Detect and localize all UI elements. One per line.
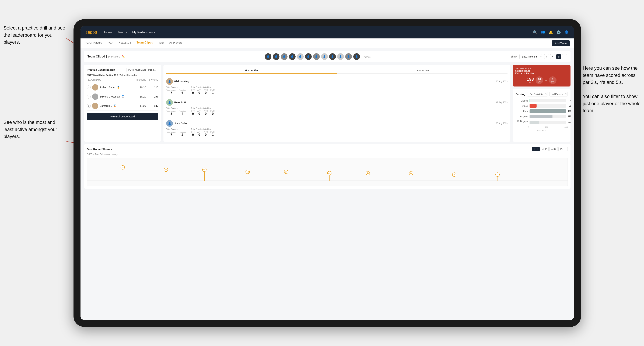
- subnav-tour[interactable]: Tour: [158, 41, 164, 45]
- lb-avatar-2: [92, 93, 98, 100]
- scoring-card: Scoring Par 3, 4 & 5s Par 3s Par 4s Par …: [513, 89, 570, 142]
- filter-btn[interactable]: ⇅: [562, 54, 567, 59]
- player-activity-row-2: 👤 Rees Britt 02 Sep 2023 Total Rounds To…: [166, 97, 508, 118]
- rank-2: 2: [87, 95, 91, 99]
- lb-avg-3: 103: [146, 105, 158, 107]
- lb-name-2: Edward Crossman: [100, 95, 120, 98]
- nav-teams[interactable]: Teams: [118, 30, 127, 34]
- streaks-card: Best Round Streaks OTT APP ARG PUTT Off …: [84, 144, 570, 189]
- bar-row-pars: Pars 499: [517, 109, 566, 113]
- settings-icon[interactable]: ⚙️: [556, 30, 561, 34]
- lb-avatar-3: [92, 103, 98, 109]
- bar-dbogeys: [530, 121, 539, 124]
- leaderboard-row-2: 2 Edward Crossman 🥈 18/20 107: [87, 92, 158, 101]
- team-header: Team Clippd | 14 Players ✏️ 👤 👤 👤 👤 👤 👤 …: [84, 51, 570, 62]
- subnav-all-players[interactable]: All Players: [169, 41, 182, 45]
- bar-bogeys: [530, 115, 552, 118]
- subnav-hcaps[interactable]: Hcaps 1-5: [119, 41, 132, 45]
- scoring-par-filter[interactable]: Par 3, 4 & 5s Par 3s Par 4s Par 5s: [527, 92, 548, 96]
- col-pb-score: PB SCORE: [132, 79, 146, 81]
- player-activity-row-1: 👤 Blair McHarg 26 Aug 2023 Total Rounds …: [166, 76, 508, 97]
- streak-node-7: 4x: [366, 171, 370, 181]
- search-icon[interactable]: 🔍: [533, 30, 537, 34]
- streak-filter-ott[interactable]: OTT: [532, 147, 540, 151]
- nav-home[interactable]: Home: [104, 30, 112, 34]
- subnav-team-clippd[interactable]: Team Clippd: [137, 41, 153, 45]
- pa-avatar-2: 👤: [166, 99, 173, 106]
- cards-row: Practice Leaderboards PUTT Must Make Put…: [84, 65, 570, 142]
- view-full-leaderboard-button[interactable]: View Full Leaderboard: [87, 113, 158, 120]
- leaderboard-title: Practice Leaderboards: [87, 68, 115, 71]
- player-info-3: Cameron... 🥉: [92, 103, 132, 109]
- total-rounds-group-1: Total Rounds Tournament 7 Practice 6: [166, 86, 186, 95]
- total-practice-group-2: Total Practice Activities OTT 0 APP 0: [191, 107, 216, 116]
- streak-node-10: 3x: [496, 173, 500, 181]
- tab-least-active[interactable]: Least Active: [337, 68, 508, 74]
- view-icons: ⊞ ☰ ▦ ⇅: [544, 54, 567, 59]
- period-select[interactable]: Last 3 months Last 6 months This year: [520, 54, 542, 59]
- leaderboard-header: Practice Leaderboards PUTT Must Make Put…: [87, 68, 158, 72]
- user-avatar-icon[interactable]: 👤: [564, 30, 569, 34]
- edit-icon[interactable]: ✏️: [122, 55, 125, 58]
- player-avatars: 👤 👤 👤 👤 👤 👤 👤 👤 👤 👤 👤 👤: [265, 53, 360, 60]
- practice-stat-1: Practice 6: [179, 89, 186, 95]
- streaks-title: Best Round Streaks: [87, 148, 112, 151]
- tab-most-active[interactable]: Most Active: [166, 68, 337, 74]
- tournament-stat-1: Tournament 7: [166, 89, 176, 95]
- card-view-btn[interactable]: ▦: [556, 54, 561, 59]
- leaderboard-subtitle: PUTT Must Make Putting (3-6 ft), Last 3 …: [87, 74, 158, 76]
- leaderboard-dropdown[interactable]: PUTT Must Make Putting ...: [126, 68, 158, 72]
- total-rounds-group-3: Total Rounds Tournament 7 Practice 2: [166, 128, 186, 137]
- top-nav: clippd Home Teams My Performance 🔍 👥 🔔 ⚙…: [80, 26, 574, 38]
- avatar-8: 👤: [321, 53, 328, 60]
- rank-1: 1: [87, 85, 91, 89]
- lb-score-2: 18/20: [132, 95, 146, 98]
- show-controls: Show: Last 3 months Last 6 months This y…: [510, 54, 567, 59]
- avatar-12: 👤: [353, 53, 360, 60]
- avatar-11: 👤: [345, 53, 352, 60]
- avatar-2: 👤: [273, 53, 280, 60]
- grid-view-btn[interactable]: ⊞: [544, 54, 549, 59]
- tablet-screen: clippd Home Teams My Performance 🔍 👥 🔔 ⚙…: [80, 26, 574, 320]
- pa-date-1: 26 Aug 2023: [496, 80, 508, 83]
- lb-name-1: Richard Butler: [100, 86, 115, 89]
- scoring-x-label: Total Shots: [516, 129, 568, 131]
- lb-avatar-1: [92, 84, 98, 91]
- streak-node-2: 6x: [164, 168, 168, 181]
- bar-container-eagles: 3: [530, 99, 566, 102]
- streak-filter-app[interactable]: APP: [540, 147, 548, 151]
- bar-label-dbogeys: D. Bogeys +: [517, 120, 528, 125]
- leaderboard-row-1: 1 Richard Butler 🥇 19/20 110: [87, 83, 158, 92]
- player-activity-header-3: 👤 Josh Coles 26 Aug 2023: [166, 120, 508, 127]
- pa-name-3: Josh Coles: [174, 122, 188, 125]
- subnav-pgat[interactable]: PGAT Players: [85, 41, 102, 45]
- nav-items: Home Teams My Performance: [104, 30, 533, 34]
- list-view-btn[interactable]: ☰: [550, 54, 555, 59]
- pa-name-1: Blair McHarg: [174, 80, 189, 83]
- player-activity-row-3: 👤 Josh Coles 26 Aug 2023 Total Rounds To…: [166, 118, 508, 139]
- streak-filter-putt[interactable]: PUTT: [558, 147, 568, 151]
- people-icon[interactable]: 👥: [541, 30, 545, 34]
- activity-tabs: Most Active Least Active: [166, 68, 508, 74]
- bar-row-birdies: Birdies 96: [517, 104, 566, 108]
- bar-label-pars: Pars: [517, 110, 528, 113]
- bar-value-dbogeys: 131: [568, 121, 571, 124]
- streak-node-9: 3x: [452, 173, 456, 181]
- leaderboard-row-3: 3 Cameron... 🥉 17/20 103: [87, 101, 158, 111]
- scoring-player-filter[interactable]: All Players: [550, 92, 568, 96]
- nav-my-performance[interactable]: My Performance: [132, 30, 156, 34]
- streak-filter-arg[interactable]: ARG: [549, 147, 558, 151]
- bell-icon[interactable]: 🔔: [548, 30, 553, 34]
- bar-label-bogeys: Bogeys: [517, 115, 528, 118]
- bar-birdies: [530, 104, 536, 108]
- bar-value-pars: 499: [568, 110, 571, 112]
- bar-row-bogeys: Bogeys 311: [517, 115, 566, 118]
- avatar-10: 👤: [337, 53, 344, 60]
- player-count: 14 Players: [108, 55, 120, 58]
- streaks-filter-btns: OTT APP ARG PUTT: [532, 147, 568, 151]
- pa-stats-3: Total Rounds Tournament 7 Practice 2: [166, 128, 508, 137]
- practice-leaderboard-card: Practice Leaderboards PUTT Must Make Put…: [84, 65, 161, 142]
- avatar-5: 👤: [297, 53, 304, 60]
- add-team-button[interactable]: Add Team: [552, 40, 570, 46]
- subnav-pga[interactable]: PGA: [108, 41, 114, 45]
